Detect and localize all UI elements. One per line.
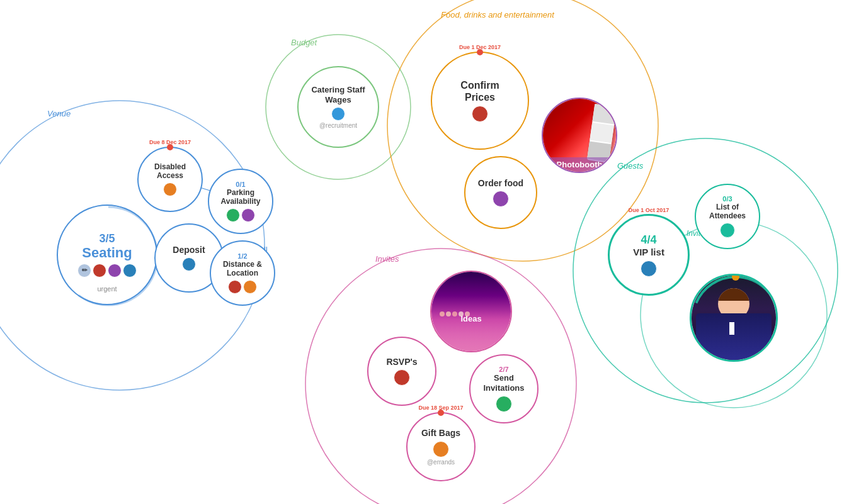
disabled-access-bubble[interactable]: Due 8 Dec 2017 DisabledAccess [137, 147, 203, 212]
deposit-avatars [182, 257, 196, 271]
svg-text:Invites: Invites [375, 254, 399, 264]
seating-bubble[interactable]: 3/5 Seating ✏ urgent [57, 204, 157, 305]
photobooth-bubble[interactable]: Photobooth [542, 98, 617, 173]
ideas-label: Ideas [431, 314, 511, 323]
disabled-access-title: DisabledAccess [154, 162, 186, 181]
photobooth-overlay: Photobooth [543, 157, 616, 172]
catering-staff-wages-title: Catering StaffWages [311, 85, 365, 104]
gift-bags-title: Gift Bags [421, 428, 460, 439]
ideas-bubble[interactable]: Ideas [430, 271, 512, 352]
parking-title: ParkingAvailability [221, 188, 261, 206]
svg-text:Guests: Guests [617, 161, 644, 171]
send-invitations-count: 2/7 [499, 366, 508, 373]
rsvps-avatars [394, 369, 410, 386]
vip-list-count: 4/4 [641, 233, 656, 247]
seating-urgent: urgent [97, 285, 117, 293]
invited-person-bubble[interactable] [690, 274, 778, 362]
disabled-access-avatars [163, 182, 177, 196]
rsvps-bubble[interactable]: RSVP's [367, 337, 436, 406]
distance-title: Distance &Location [223, 260, 262, 278]
vip-list-due: Due 1 Oct 2017 [629, 207, 670, 213]
svg-point-15 [732, 274, 739, 281]
deposit-title: Deposit [173, 245, 205, 255]
confirm-prices-avatars [472, 106, 488, 122]
list-of-attendees-bubble[interactable]: 0/3 List ofAttendees [695, 184, 760, 249]
send-invitations-title: SendInvitations [483, 373, 524, 393]
gift-bags-bubble[interactable]: Due 18 Sep 2017 Gift Bags @errands [406, 412, 476, 481]
svg-text:Venue: Venue [47, 109, 71, 118]
vip-list-title: VIP list [633, 247, 664, 258]
svg-text:Budget: Budget [291, 38, 318, 47]
catering-staff-wages-avatars [331, 107, 345, 121]
svg-text:Food, drinks and entertainment: Food, drinks and entertainment [441, 10, 555, 20]
gift-bags-at: @errands [427, 459, 455, 466]
parking-count: 0/1 [236, 181, 245, 188]
gift-bags-avatars [433, 441, 449, 457]
confirm-prices-bubble[interactable]: Due 1 Dec 2017 ConfirmPrices [431, 52, 529, 150]
order-food-bubble[interactable]: Order food [464, 156, 537, 229]
send-invitations-avatars [496, 396, 512, 412]
parking-bubble[interactable]: 0/1 ParkingAvailability [208, 169, 273, 234]
list-of-attendees-title: List ofAttendees [709, 203, 746, 221]
distance-avatars [228, 280, 257, 294]
send-invitations-bubble[interactable]: 2/7 SendInvitations [469, 354, 538, 423]
svg-point-4 [387, 0, 658, 261]
catering-staff-wages-bubble[interactable]: Catering StaffWages @recruitment [297, 66, 379, 148]
list-of-attendees-avatars [720, 223, 735, 238]
seating-progress-ring [55, 203, 161, 309]
distance-count: 1/2 [237, 252, 247, 260]
order-food-avatars [493, 191, 509, 207]
vip-list-avatars [641, 260, 657, 277]
order-food-title: Order food [478, 178, 523, 189]
confirm-prices-title: ConfirmPrices [460, 79, 499, 103]
parking-avatars [226, 208, 255, 222]
vip-list-bubble[interactable]: Due 1 Oct 2017 4/4 VIP list [608, 214, 690, 296]
rsvps-title: RSVP's [386, 357, 417, 367]
mind-map-canvas: Venue Budget Food, drinks and entertainm… [0, 0, 849, 504]
catering-staff-wages-at: @recruitment [319, 122, 357, 129]
svg-point-14 [693, 277, 778, 362]
list-of-attendees-count: 0/3 [722, 195, 732, 203]
distance-bubble[interactable]: ⏸ 1/2 Distance &Location [210, 240, 275, 306]
